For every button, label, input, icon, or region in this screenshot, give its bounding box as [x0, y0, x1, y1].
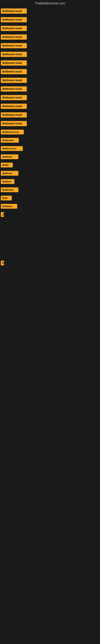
bottleneck-badge-3: Bottleneck result: [1, 26, 27, 31]
bottleneck-item-4[interactable]: Bottleneck result: [0, 33, 100, 42]
bottleneck-item-17[interactable]: Bottleneck re: [0, 144, 100, 153]
bottleneck-item-9[interactable]: Bottleneck result: [0, 76, 100, 85]
bottleneck-item-20[interactable]: Bottlenec: [0, 169, 100, 178]
bottleneck-item-15[interactable]: Bottleneck resu: [0, 128, 100, 136]
bottleneck-badge-6: Bottleneck result: [1, 52, 27, 57]
bottleneck-badge-7: Bottleneck result: [1, 60, 27, 66]
bottleneck-badge-8: Bottleneck result: [1, 69, 27, 74]
bottleneck-item-16[interactable]: Bottleneck: [0, 136, 100, 144]
bottleneck-badge-11: Bottleneck result: [1, 95, 27, 100]
bottleneck-item-5[interactable]: Bottleneck result: [0, 42, 100, 50]
bottleneck-item-25[interactable]: B: [0, 210, 100, 219]
bottleneck-item-3[interactable]: Bottleneck result: [0, 24, 100, 33]
blank-space: [0, 219, 100, 259]
bottleneck-item-11[interactable]: Bottleneck result: [0, 94, 100, 102]
bottleneck-badge-22: Bottleneck: [1, 187, 18, 192]
bottleneck-badge-20: Bottlenec: [1, 171, 18, 176]
bottleneck-item-7[interactable]: Bottleneck result: [0, 59, 100, 68]
bottleneck-item-23[interactable]: Bottl: [0, 194, 100, 202]
bottleneck-badge-17: Bottleneck re: [1, 146, 23, 151]
bottleneck-badge-14: Bottleneck result: [1, 121, 27, 126]
bottleneck-badge-10: Bottleneck result: [1, 86, 27, 92]
bottleneck-item-13[interactable]: Bottleneck result: [0, 111, 100, 119]
bottleneck-badge-1: Bottleneck result: [1, 8, 27, 14]
bottleneck-item-8[interactable]: Bottleneck result: [0, 68, 100, 76]
bottleneck-badge-9: Bottleneck result: [1, 78, 27, 83]
bottleneck-item-18[interactable]: Bottlenec: [0, 153, 100, 161]
bottleneck-item-19[interactable]: Bottle: [0, 161, 100, 169]
bottleneck-badge-23: Bottl: [1, 196, 12, 200]
bottleneck-badge-16: Bottleneck: [1, 138, 19, 143]
bottleneck-badge-2: Bottleneck result: [1, 17, 27, 22]
bottleneck-item-2[interactable]: Bottleneck result: [0, 16, 100, 24]
bottleneck-badge-5: Bottleneck result: [1, 43, 27, 48]
bottleneck-badge-18: Bottlenec: [1, 154, 18, 159]
bottleneck-badge-12: Bottleneck result: [1, 104, 27, 109]
bottleneck-badge-4: Bottleneck result: [1, 34, 27, 40]
bottleneck-badge-25: B: [1, 212, 4, 217]
bottleneck-badge-24: Bottlenec: [1, 204, 17, 209]
bottleneck-item-10[interactable]: Bottleneck result: [0, 85, 100, 94]
bottleneck-item-6[interactable]: Bottleneck result: [0, 50, 100, 59]
bottleneck-item-14[interactable]: Bottleneck result: [0, 119, 100, 128]
bottleneck-badge-13: Bottleneck result: [1, 112, 27, 118]
bottleneck-item-1[interactable]: Bottleneck result: [0, 7, 100, 16]
bottleneck-badge-15: Bottleneck resu: [1, 130, 24, 134]
bottleneck-list: Bottleneck resultBottleneck resultBottle…: [0, 7, 100, 267]
bottleneck-badge-19: Bottle: [1, 162, 13, 168]
bottleneck-item-26[interactable]: B: [0, 259, 100, 267]
bottleneck-item-12[interactable]: Bottleneck result: [0, 102, 100, 111]
bottleneck-item-22[interactable]: Bottleneck: [0, 186, 100, 194]
site-title: TheBottlenecker.com: [0, 0, 100, 7]
bottleneck-item-21[interactable]: Bottlene: [0, 178, 100, 186]
bottleneck-badge-26: B: [1, 260, 4, 266]
bottleneck-item-24[interactable]: Bottlenec: [0, 202, 100, 210]
bottleneck-badge-21: Bottlene: [1, 179, 14, 184]
